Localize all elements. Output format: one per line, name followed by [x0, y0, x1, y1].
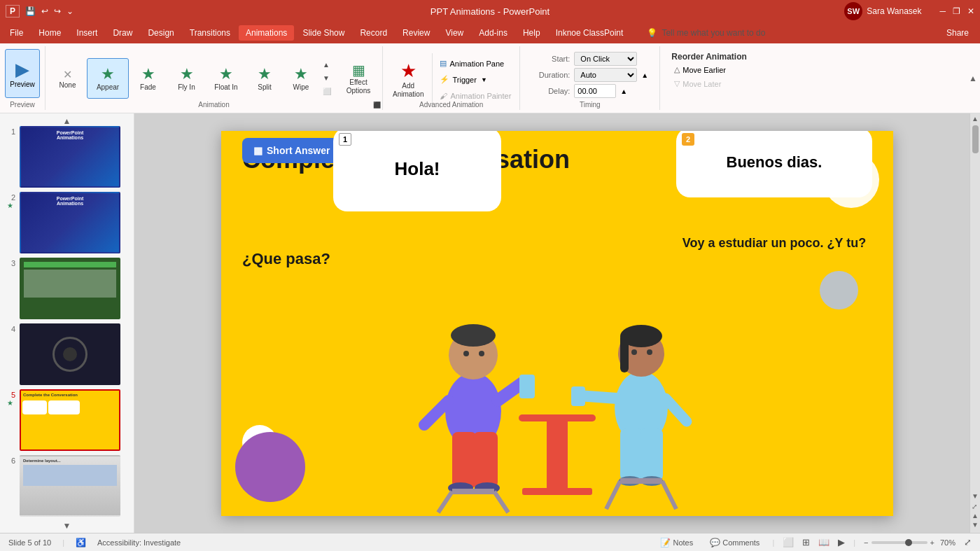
gallery-expand[interactable]: ⬜	[321, 87, 333, 96]
redo-icon[interactable]: ↪	[54, 6, 61, 16]
menu-slideshow[interactable]: Slide Show	[295, 25, 351, 41]
fit-page-icon[interactable]: ⤢	[972, 503, 979, 510]
menu-review[interactable]: Review	[396, 25, 437, 41]
anim-flyin[interactable]: ★ Fly In	[167, 58, 206, 99]
menu-inknoe[interactable]: Inknoe ClassPoint	[549, 25, 631, 41]
close-btn[interactable]: ✕	[967, 6, 974, 16]
bubble1-text: Hola!	[395, 158, 440, 180]
scrollbar-up[interactable]: ▲	[972, 115, 979, 123]
anim-floatin[interactable]: ★ Float In	[206, 58, 246, 99]
menu-animations[interactable]: Animations	[239, 25, 294, 41]
menu-transitions[interactable]: Transitions	[183, 25, 237, 41]
minimize-btn[interactable]: ─	[939, 6, 946, 16]
add-animation-btn[interactable]: ★ AddAnimation	[387, 55, 429, 104]
anim-split[interactable]: ★ Split	[246, 58, 283, 99]
menu-addins[interactable]: Add-ins	[472, 25, 514, 41]
duration-select[interactable]: Auto 0.5 1.0 2.0	[574, 68, 637, 82]
canvas-scrollbar[interactable]: ▲ ▼ ⤢ ▲ ▼	[969, 113, 980, 533]
customize-icon[interactable]: ⌄	[66, 6, 74, 16]
duration-spinner-up[interactable]: ▲	[641, 71, 648, 79]
animation-group-expand[interactable]: ⬛	[373, 102, 381, 109]
ribbon-group-timing: Start: On Click With Previous After Prev…	[520, 46, 660, 110]
notes-icon: 📝	[660, 538, 671, 547]
undo-icon[interactable]: ↩	[41, 6, 48, 16]
svg-line-32	[662, 481, 676, 509]
menu-draw[interactable]: Draw	[106, 25, 139, 41]
slide-thumb-2[interactable]: PowerPointAnimations	[20, 192, 120, 253]
zoom-plus[interactable]: +	[930, 538, 934, 547]
slide-thumb-3[interactable]	[20, 258, 120, 319]
reading-view-icon[interactable]: 📖	[818, 537, 830, 547]
zoom-minus[interactable]: −	[864, 538, 868, 547]
slide-thumb-6[interactable]: Determine layout...	[20, 455, 120, 517]
zoom-slider[interactable]	[872, 541, 927, 544]
move-earlier-btn[interactable]: △ Move Earlier	[671, 64, 747, 76]
notes-label: Notes	[673, 538, 693, 547]
anim-appear[interactable]: ★ Appear	[87, 58, 129, 99]
slide-item-6[interactable]: 6 Determine layout...	[3, 455, 131, 517]
delay-spinner-up[interactable]: ▲	[620, 88, 627, 95]
animation-pane-btn[interactable]: ▤ Animation Pane	[435, 56, 515, 71]
trigger-label: Trigger	[452, 76, 476, 84]
save-icon[interactable]: 💾	[25, 6, 36, 16]
slide-item-2[interactable]: 2 ★ PowerPointAnimations	[3, 192, 131, 253]
share-btn[interactable]: Share	[938, 28, 977, 38]
menu-home[interactable]: Home	[31, 25, 68, 41]
menu-insert[interactable]: Insert	[69, 25, 104, 41]
timing-section: Start: On Click With Previous After Prev…	[526, 48, 654, 109]
slide-item-1[interactable]: 1 PowerPointAnimations	[3, 126, 131, 188]
slide-item-5[interactable]: 5 ★ Complete the Conversation	[3, 389, 131, 451]
normal-view-icon[interactable]: ⬜	[783, 537, 794, 547]
short-answer-btn[interactable]: ▦ Short Answer	[242, 138, 342, 163]
reorder-section: Reorder Animation △ Move Earlier ▽ Move …	[666, 48, 752, 109]
menu-file[interactable]: File	[3, 25, 30, 41]
slide-item-4[interactable]: 4	[3, 323, 131, 385]
ribbon: ▶ Preview Preview ✕ None ★ Appear ★ Fade	[0, 43, 980, 113]
delay-input[interactable]	[574, 84, 616, 98]
menu-view[interactable]: View	[438, 25, 470, 41]
anim-wipe[interactable]: ★ Wipe	[283, 58, 319, 99]
voy-text: Voy a estudiar un poco. ¿Y tu?	[676, 236, 872, 251]
slide-thumb-1[interactable]: PowerPointAnimations	[20, 126, 120, 188]
search-bar[interactable]: 💡 Tell me what you want to do	[640, 28, 772, 38]
down-icon[interactable]: ▼	[972, 521, 979, 529]
comments-label: Comments	[722, 538, 760, 547]
svg-line-16	[494, 491, 508, 512]
comments-btn[interactable]: 💬 Comments	[706, 536, 764, 549]
grid-view-icon[interactable]: ⊞	[802, 537, 810, 547]
effect-options-btn[interactable]: ▦ EffectOptions	[337, 57, 379, 99]
zoom-thumb[interactable]	[905, 539, 912, 546]
notes-btn[interactable]: 📝 Notes	[656, 536, 697, 549]
menu-design[interactable]: Design	[141, 25, 181, 41]
fit-window-btn[interactable]: ⤢	[964, 537, 972, 547]
split-label: Split	[258, 83, 271, 91]
slideshow-icon[interactable]: ▶	[838, 537, 845, 547]
ribbon-collapse-btn[interactable]: ▲	[969, 74, 977, 83]
menu-help[interactable]: Help	[516, 25, 547, 41]
slide-panel-scroll-up[interactable]: ▲	[3, 116, 131, 126]
scrollbar-down[interactable]: ▼	[972, 492, 979, 500]
gallery-down[interactable]: ▼	[321, 74, 333, 83]
scrollbar-thumb[interactable]	[972, 125, 979, 153]
menu-record[interactable]: Record	[353, 25, 394, 41]
anim-fade[interactable]: ★ Fade	[129, 58, 167, 99]
view-controls: ⤢ ▲ ▼	[972, 500, 979, 531]
slide-thumb-5[interactable]: Complete the Conversation	[20, 389, 120, 451]
start-select[interactable]: On Click With Previous After Previous	[574, 52, 637, 66]
search-label[interactable]: Tell me what you want to do	[662, 28, 765, 38]
up-icon[interactable]: ▲	[972, 512, 979, 519]
accessibility-label[interactable]: Accessibility: Investigate	[97, 538, 181, 547]
slide-panel-scroll-down[interactable]: ▼	[3, 521, 131, 531]
restore-btn[interactable]: ❐	[953, 6, 960, 16]
slide-star-2: ★	[7, 202, 13, 209]
gallery-up[interactable]: ▲	[321, 60, 333, 69]
trigger-btn[interactable]: ⚡ Trigger ▼	[435, 72, 515, 88]
trigger-dropdown-icon[interactable]: ▼	[481, 76, 487, 83]
anim-none[interactable]: ✕ None	[48, 58, 87, 99]
preview-button[interactable]: ▶ Preview	[5, 49, 40, 98]
accessibility-icon: ♿	[76, 538, 86, 547]
slide-item-3[interactable]: 3	[3, 258, 131, 319]
slide-thumb-4[interactable]	[20, 323, 120, 385]
svg-rect-2	[522, 488, 592, 495]
move-later-btn[interactable]: ▽ Move Later	[671, 78, 747, 90]
